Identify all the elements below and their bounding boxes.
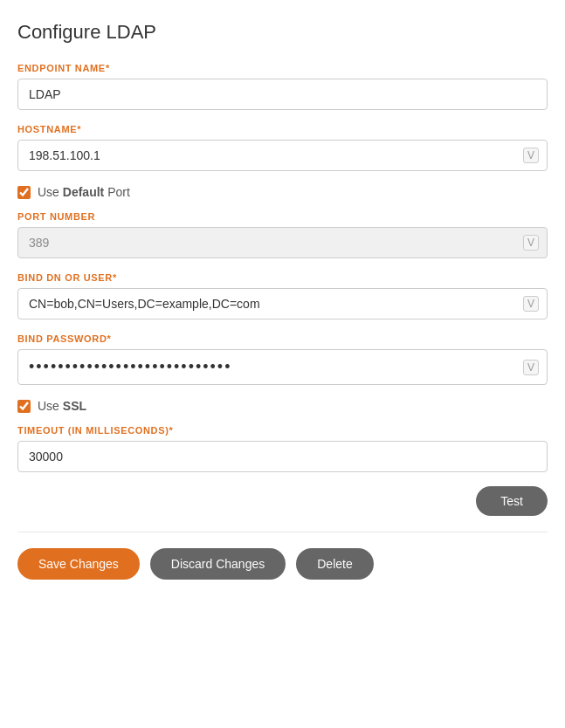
hostname-label: HOSTNAME* [17,124,548,134]
hostname-input-wrapper: V [17,140,548,171]
endpoint-name-input-wrapper [17,79,548,110]
port-number-input [17,227,548,258]
endpoint-name-group: ENDPOINT NAME* [17,63,548,110]
use-ssl-label[interactable]: Use SSL [38,399,86,413]
endpoint-name-label: ENDPOINT NAME* [17,63,548,73]
action-row: Save Changes Discard Changes Delete [17,548,548,580]
endpoint-name-input[interactable] [17,79,548,110]
test-row: Test [17,486,548,516]
discard-changes-button[interactable]: Discard Changes [150,548,286,580]
use-default-port-checkbox[interactable] [17,186,31,199]
divider [17,532,548,532]
use-ssl-checkbox[interactable] [17,400,31,413]
delete-button[interactable]: Delete [296,548,373,580]
timeout-input-wrapper [17,441,548,472]
bind-dn-label: BIND DN OR USER* [17,272,548,283]
bind-password-input-wrapper: V [17,349,548,385]
bind-dn-input[interactable] [17,288,548,319]
bind-dn-group: BIND DN OR USER* V [17,272,548,319]
port-number-group: PORT NUMBER V [17,211,548,258]
bind-password-input[interactable] [17,349,548,385]
hostname-input[interactable] [17,140,548,171]
port-number-input-wrapper: V [17,227,548,258]
use-default-port-row: Use Default Port [17,185,548,199]
hostname-group: HOSTNAME* V [17,124,548,171]
bind-password-group: BIND PASSWORD* V [17,333,548,385]
timeout-input[interactable] [17,441,548,472]
timeout-group: TIMEOUT (IN MILLISECONDS)* [17,425,548,472]
use-default-port-label[interactable]: Use Default Port [38,185,130,199]
port-number-label: PORT NUMBER [17,211,548,222]
test-button[interactable]: Test [476,486,548,516]
page-title: Configure LDAP [17,21,548,44]
timeout-label: TIMEOUT (IN MILLISECONDS)* [17,425,548,436]
use-ssl-row: Use SSL [17,399,548,413]
save-changes-button[interactable]: Save Changes [17,548,140,580]
bind-dn-input-wrapper: V [17,288,548,319]
bind-password-label: BIND PASSWORD* [17,333,548,344]
